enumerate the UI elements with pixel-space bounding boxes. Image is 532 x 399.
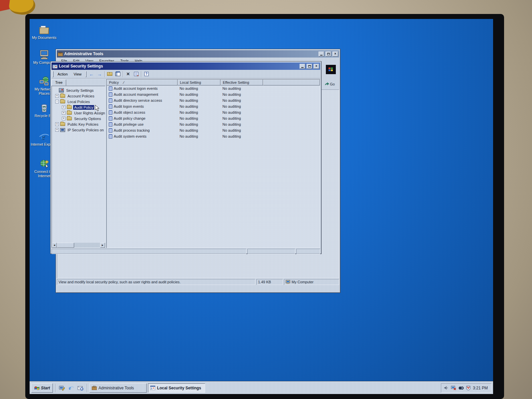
go-arrow-icon xyxy=(325,82,329,86)
tree-item-audit-policy[interactable]: +Audit Policy xyxy=(53,104,105,110)
column-header-policy[interactable]: Policy∕ xyxy=(107,79,178,85)
desktop-icon-my-documents[interactable]: My Documents xyxy=(30,25,59,40)
lss-status-pane xyxy=(296,249,320,254)
policy-row[interactable]: Audit system eventsNo auditingNo auditin… xyxy=(107,133,320,139)
policy-row[interactable]: Audit process trackingNo auditingNo audi… xyxy=(107,127,320,133)
tree-horizontal-scrollbar[interactable]: ◄ ► xyxy=(52,243,105,248)
column-header-local-setting[interactable]: Local Setting xyxy=(178,79,220,85)
taskbar-button-label: Administrative Tools xyxy=(98,386,134,390)
recycle-bin-icon xyxy=(39,103,50,113)
taskbar-button-label: Local Security Settings xyxy=(157,386,201,390)
policy-row[interactable]: Audit directory service accessNo auditin… xyxy=(107,97,320,103)
taskbar-button-local-security-settings[interactable]: Local Security Settings xyxy=(148,383,205,393)
policy-row[interactable]: Audit policy changeNo auditingNo auditin… xyxy=(107,115,320,121)
folder-icon xyxy=(60,100,65,103)
tree-item-ip-security-policies[interactable]: +IP Security Policies on xyxy=(53,127,105,133)
tree-item-account-policies[interactable]: +Account Policies xyxy=(53,93,105,99)
policy-row[interactable]: Audit privilege useNo auditingNo auditin… xyxy=(107,121,320,127)
my-computer-small-icon xyxy=(286,280,290,284)
admin-minimize-button[interactable] xyxy=(319,52,324,57)
lss-maximize-button[interactable] xyxy=(307,64,312,69)
lss-close-button[interactable]: × xyxy=(314,64,319,69)
network-status-icon[interactable] xyxy=(451,386,456,390)
column-header-effective-setting[interactable]: Effective Setting xyxy=(220,79,263,85)
svg-text:e: e xyxy=(69,385,71,391)
up-folder-icon xyxy=(107,72,112,76)
taskbar-clock[interactable]: 3:21 PM xyxy=(473,386,488,390)
expand-icon[interactable]: + xyxy=(55,122,59,126)
my-documents-icon xyxy=(39,25,50,35)
lss-small-icon xyxy=(150,386,155,390)
scheduler-icon[interactable] xyxy=(459,386,464,390)
scroll-right-button[interactable]: ► xyxy=(100,243,105,248)
sort-indicator-icon: ∕ xyxy=(123,80,124,84)
policy-icon xyxy=(109,86,112,91)
tree-item-public-key-policies[interactable]: +Public Key Policies xyxy=(53,121,105,127)
expand-icon[interactable]: + xyxy=(62,105,66,109)
menu-view[interactable]: View xyxy=(71,71,85,77)
rebar-grip[interactable] xyxy=(85,71,86,77)
expand-icon[interactable]: + xyxy=(62,117,66,120)
lss-title-bar[interactable]: Local Security Settings × xyxy=(52,63,320,70)
system-tray: 3:21 PM xyxy=(441,383,491,393)
policy-row[interactable]: Audit object accessNo auditingNo auditin… xyxy=(107,109,320,115)
lss-minimize-button[interactable] xyxy=(300,64,305,69)
antivirus-shield-icon[interactable] xyxy=(466,386,470,390)
folder-icon xyxy=(67,117,72,120)
admin-close-button[interactable]: × xyxy=(332,52,338,57)
show-hide-console-tree-button[interactable] xyxy=(114,71,122,77)
start-label: Start xyxy=(41,386,50,390)
crt-monitor-frame: My Documents My Computer My Network Plac… xyxy=(25,14,504,399)
scrollbar-thumb[interactable] xyxy=(57,243,74,248)
policy-list: Policy∕ Local Setting Effective Setting … xyxy=(106,79,320,248)
lss-left-pane: Tree Security Settings +Account Policies xyxy=(52,79,105,248)
collapse-icon[interactable]: - xyxy=(55,100,59,103)
back-button[interactable]: ← xyxy=(87,71,95,77)
taskbar-button-administrative-tools[interactable]: Administrative Tools xyxy=(89,383,147,393)
admin-status-text: View and modify local security policy, s… xyxy=(57,279,255,285)
start-button[interactable]: Start xyxy=(31,383,53,393)
lss-status-pane xyxy=(247,249,295,254)
tree-item-security-settings[interactable]: Security Settings xyxy=(53,87,105,93)
policy-row[interactable]: Audit account managementNo auditingNo au… xyxy=(107,91,320,97)
folder-icon xyxy=(67,111,72,115)
windows-start-flag-icon xyxy=(34,386,40,390)
go-button[interactable]: Go xyxy=(323,81,336,87)
quicklaunch-internet-explorer[interactable]: e xyxy=(67,384,75,392)
admin-maximize-button[interactable] xyxy=(326,52,331,57)
menu-action[interactable]: Action xyxy=(55,71,71,77)
expand-icon[interactable]: + xyxy=(55,94,59,98)
lss-menu-toolbar: Action View ← → ✕ ? xyxy=(52,70,320,78)
lss-body: Tree Security Settings +Account Policies xyxy=(52,79,320,248)
internet-explorer-small-icon: e xyxy=(68,385,74,391)
folder-icon xyxy=(60,94,65,98)
policy-row[interactable]: Audit logon eventsNo auditingNo auditing xyxy=(107,103,320,109)
volume-icon[interactable] xyxy=(444,386,449,390)
desktop: My Documents My Computer My Network Plac… xyxy=(30,19,493,394)
export-list-button[interactable] xyxy=(132,71,140,77)
help-button[interactable]: ? xyxy=(142,71,150,77)
scroll-left-button[interactable]: ◄ xyxy=(52,243,57,248)
policy-rows: Audit account logon eventsNo auditingNo … xyxy=(107,85,320,139)
quicklaunch-show-desktop[interactable] xyxy=(58,384,66,392)
expand-icon[interactable]: + xyxy=(62,111,66,115)
tree-item-local-policies[interactable]: -Local Policies xyxy=(53,99,105,104)
forward-button[interactable]: → xyxy=(95,71,103,77)
policy-icon xyxy=(109,92,112,97)
admin-status-zone: My Computer xyxy=(284,279,339,285)
tree-item-user-rights-assignment[interactable]: +User Rights Assign xyxy=(53,110,105,116)
security-settings-icon xyxy=(59,88,64,92)
tree-items: Security Settings +Account Policies -Loc… xyxy=(53,87,105,242)
rebar-grip[interactable] xyxy=(53,71,54,77)
tab-tree[interactable]: Tree xyxy=(52,79,66,86)
taskbar: Start e Administrative Tools xyxy=(30,381,493,394)
taskbar-separator xyxy=(87,384,87,392)
quicklaunch-outlook-express[interactable] xyxy=(76,384,84,392)
policy-icon xyxy=(109,98,112,103)
policy-row[interactable]: Audit account logon eventsNo auditingNo … xyxy=(107,85,320,91)
admin-title-bar[interactable]: Administrative Tools × xyxy=(57,50,339,58)
expand-icon[interactable]: + xyxy=(55,128,59,132)
up-one-level-button[interactable] xyxy=(106,71,114,77)
tree-item-security-options[interactable]: +Security Options xyxy=(53,116,105,121)
delete-button[interactable]: ✕ xyxy=(124,71,132,77)
